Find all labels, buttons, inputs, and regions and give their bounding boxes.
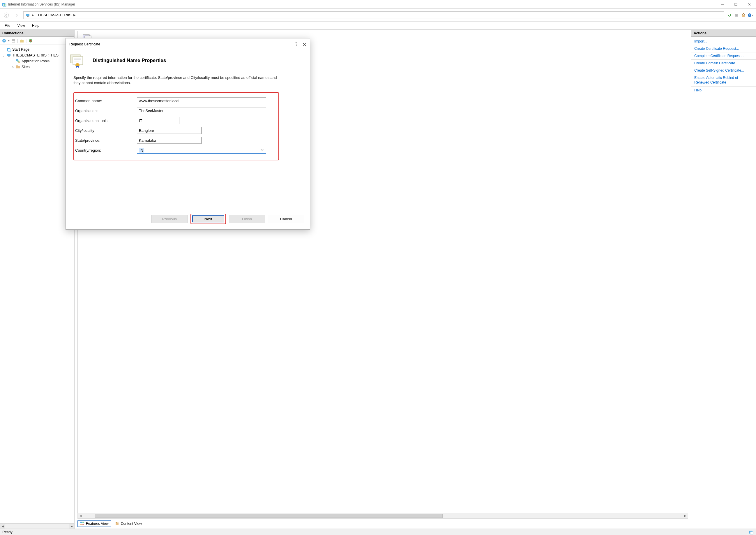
window-title: Internet Information Services (IIS) Mana… — [8, 2, 75, 6]
svg-rect-40 — [116, 522, 119, 525]
svg-rect-36 — [80, 521, 82, 523]
finish-button: Finish — [229, 215, 265, 223]
tree-label: THESECMASTERIIS (THES — [12, 53, 59, 57]
svg-rect-41 — [116, 522, 117, 523]
tab-label: Content View — [121, 521, 142, 526]
svg-rect-31 — [16, 66, 20, 69]
action-enable-rebind[interactable]: Enable Automatic Rebind of Renewed Certi… — [691, 74, 756, 87]
connections-panel: Connections ▾ | | Start Page ⌄ — [0, 30, 74, 529]
scroll-left-icon[interactable]: ◀ — [0, 524, 5, 529]
action-create-request[interactable]: Create Certificate Request... — [691, 45, 756, 52]
previous-label: Previous — [162, 217, 177, 221]
back-button[interactable] — [2, 11, 11, 19]
svg-rect-43 — [750, 531, 753, 534]
up-icon[interactable] — [20, 39, 24, 43]
scroll-right-icon[interactable]: ▶ — [683, 513, 688, 519]
dialog-close-button[interactable] — [303, 42, 306, 46]
tree-sites[interactable]: ▷ Sites — [1, 64, 74, 70]
home-icon[interactable] — [740, 12, 747, 18]
titlebar: Internet Information Services (IIS) Mana… — [0, 0, 756, 9]
tree-label: Application Pools — [21, 59, 49, 63]
center-tabs: Features View Content View — [77, 521, 688, 527]
chevron-right-icon: ▶ — [32, 14, 34, 16]
statusbar: Ready — [0, 529, 756, 535]
tab-label: Features View — [86, 521, 109, 526]
refresh-icon[interactable] — [726, 12, 733, 18]
dialog-buttons: Previous Next Finish Cancel — [66, 209, 310, 229]
svg-rect-8 — [26, 14, 29, 16]
menu-help[interactable]: Help — [29, 23, 42, 29]
next-label: Next — [204, 217, 212, 221]
minimize-button[interactable] — [716, 0, 729, 9]
svg-rect-9 — [27, 16, 29, 17]
chevron-right-icon: ▶ — [73, 14, 76, 16]
input-common-name[interactable] — [137, 97, 266, 104]
tree-label: Sites — [21, 65, 30, 69]
select-country[interactable]: IN — [137, 147, 266, 154]
svg-point-30 — [18, 61, 20, 63]
menu-file[interactable]: File — [2, 23, 14, 29]
label-country: Country/region: — [75, 148, 137, 153]
svg-rect-39 — [82, 524, 84, 525]
dialog-help-button[interactable]: ? — [295, 42, 297, 47]
svg-text:?: ? — [749, 14, 750, 16]
start-page-icon — [6, 47, 11, 52]
input-state[interactable] — [137, 137, 201, 144]
expander-icon[interactable]: ▷ — [11, 66, 15, 69]
request-certificate-dialog: Request Certificate ? D — [66, 38, 310, 230]
window-controls — [716, 0, 756, 9]
scroll-left-icon[interactable]: ◀ — [78, 513, 83, 519]
maximize-button[interactable] — [729, 0, 742, 9]
input-organization[interactable] — [137, 107, 266, 114]
close-button[interactable] — [742, 0, 756, 9]
stop-icon[interactable] — [733, 12, 740, 18]
breadcrumb[interactable]: ▶ THESECMASTERIIS ▶ — [23, 11, 724, 19]
label-common-name: Common name: — [75, 99, 137, 103]
chevron-down-icon — [260, 148, 264, 152]
label-state: State/province: — [75, 138, 137, 143]
connect-icon[interactable] — [2, 39, 6, 43]
svg-point-7 — [4, 13, 9, 17]
remove-icon[interactable] — [28, 39, 33, 43]
input-org-unit[interactable] — [137, 117, 179, 124]
select-country-value: IN — [139, 148, 144, 153]
tab-features-view[interactable]: Features View — [77, 521, 111, 527]
tree-app-pools[interactable]: Application Pools — [1, 58, 74, 64]
forward-button[interactable] — [13, 11, 21, 19]
cancel-label: Cancel — [280, 217, 292, 221]
tab-content-view[interactable]: Content View — [112, 521, 144, 527]
scroll-thumb[interactable] — [95, 514, 443, 518]
tree-start-page[interactable]: Start Page — [1, 46, 74, 52]
server-icon — [6, 53, 11, 58]
next-button[interactable]: Next — [192, 215, 224, 222]
svg-rect-32 — [16, 66, 18, 66]
connections-header: Connections — [0, 30, 74, 37]
label-city: City/locality — [75, 128, 137, 133]
action-create-domain-cert[interactable]: Create Domain Certificate... — [691, 60, 756, 67]
status-iis-icon — [748, 529, 754, 535]
center-hscroll[interactable]: ◀ ▶ — [77, 513, 688, 519]
menubar: File View Help — [0, 21, 756, 30]
connections-hscroll[interactable]: ◀ ▶ — [0, 523, 74, 529]
sites-icon — [16, 65, 20, 69]
action-complete-request[interactable]: Complete Certificate Request... — [691, 52, 756, 60]
cancel-button[interactable]: Cancel — [268, 215, 304, 223]
svg-rect-19 — [12, 41, 15, 42]
address-tools: ? — [726, 12, 754, 18]
tree-server[interactable]: ⌄ THESECMASTERIIS (THES — [1, 52, 74, 58]
expander-icon[interactable]: ⌄ — [2, 54, 5, 57]
action-import[interactable]: Import... — [691, 38, 756, 45]
dialog-description: Specify the required information for the… — [73, 75, 280, 85]
scroll-right-icon[interactable]: ▶ — [69, 524, 74, 529]
connections-toolbar: ▾ | | — [0, 37, 74, 45]
label-organization: Organization: — [75, 109, 137, 113]
menu-view[interactable]: View — [15, 23, 28, 29]
actions-panel: Actions Import... Create Certificate Req… — [691, 30, 756, 529]
action-help[interactable]: Help — [691, 87, 756, 94]
help-dropdown-icon[interactable]: ? — [747, 12, 754, 18]
svg-rect-13 — [742, 15, 745, 17]
input-city[interactable] — [137, 127, 201, 134]
svg-rect-25 — [8, 49, 11, 51]
save-icon[interactable] — [11, 39, 15, 43]
action-create-selfsigned[interactable]: Create Self-Signed Certificate... — [691, 67, 756, 74]
